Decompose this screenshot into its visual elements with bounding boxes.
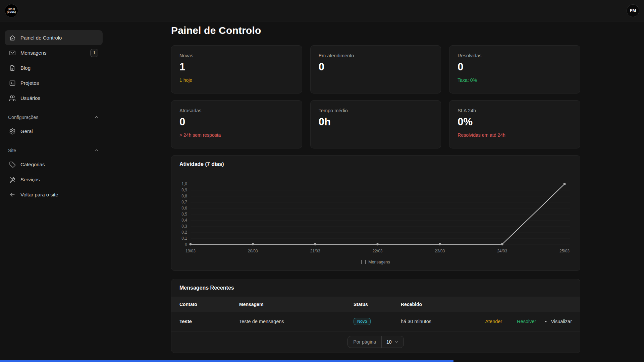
stat-sub: > 24h sem resposta xyxy=(179,132,294,138)
stat-value: 0% xyxy=(458,116,572,128)
stat-label: SLA 24h xyxy=(458,108,572,113)
user-avatar[interactable]: FM xyxy=(627,4,639,17)
stat-label: Tempo médio xyxy=(319,108,433,113)
table-row: Teste Teste de mensagens Novo há 30 minu… xyxy=(171,312,580,332)
section-title: Configurações xyxy=(8,115,38,120)
sidebar-item-blog[interactable]: Blog xyxy=(5,60,103,75)
sidebar-item-label: Serviços xyxy=(20,177,40,182)
stat-label: Novas xyxy=(179,53,294,58)
mensagens-count-badge: 1 xyxy=(90,49,98,57)
activity-chart-svg: 1,00,90,80,70,60,50,40,30,20,1019/0320/0… xyxy=(171,178,580,258)
cell-mensagem: Teste de mensagens xyxy=(239,319,354,324)
svg-text:0,1: 0,1 xyxy=(181,236,187,241)
sidebar-item-usuarios[interactable]: Usuários xyxy=(5,90,103,106)
stat-value: 0 xyxy=(458,61,572,73)
svg-text:0,3: 0,3 xyxy=(181,224,187,229)
sidebar-item-label: Categorias xyxy=(20,162,45,167)
sidebar-item-label: Painel de Controlo xyxy=(20,35,62,41)
legend-checkbox-icon xyxy=(361,260,366,264)
home-icon xyxy=(9,35,16,41)
stat-value: 0h xyxy=(319,116,433,128)
sidebar-item-label: Usuários xyxy=(20,95,40,101)
tools-icon xyxy=(9,176,16,183)
col-header-contato: Contato xyxy=(179,302,239,307)
sidebar-item-label: Mensagens xyxy=(20,50,47,56)
play-icon xyxy=(478,319,483,324)
svg-text:0,6: 0,6 xyxy=(181,206,187,210)
chevron-up-icon xyxy=(94,115,99,120)
stat-label: Em atendimento xyxy=(319,53,433,58)
resolver-button[interactable]: Resolver xyxy=(509,319,536,324)
stat-value: 0 xyxy=(319,61,433,73)
top-header: {MKT} {CODE} FM xyxy=(0,0,644,21)
table-header-row: Contato Mensagem Status Recebido xyxy=(171,297,580,312)
sidebar-item-label: Voltar para o site xyxy=(20,192,58,197)
stat-sub: Resolvidas em até 24h xyxy=(458,132,572,138)
svg-text:0,9: 0,9 xyxy=(181,188,187,192)
sidebar-item-servicos[interactable]: Serviços xyxy=(5,172,103,187)
stat-sub: Taxa: 0% xyxy=(458,77,572,83)
sidebar-item-label: Blog xyxy=(20,65,31,71)
mail-icon xyxy=(9,50,16,56)
file-icon xyxy=(9,65,16,71)
stat-value: 0 xyxy=(179,116,294,128)
sidebar-item-projetos[interactable]: Projetos xyxy=(5,75,103,90)
svg-text:0,7: 0,7 xyxy=(181,200,187,204)
stat-sub xyxy=(319,132,433,138)
terminal-icon xyxy=(9,80,16,86)
per-page-label: Por página xyxy=(348,336,381,348)
chart-legend-mensagens[interactable]: Mensagens xyxy=(171,258,580,268)
stat-label: Atrasadas xyxy=(179,108,294,113)
chart-title: Atividade (7 dias) xyxy=(179,161,572,167)
svg-text:20/03: 20/03 xyxy=(248,249,258,253)
recent-messages-card: Mensagens Recentes Contato Mensagem Stat… xyxy=(171,279,580,353)
stat-card-sla-24h: SLA 24h 0% Resolvidas em até 24h xyxy=(449,100,580,148)
sidebar-item-painel-de-controlo[interactable]: Painel de Controlo xyxy=(5,30,103,45)
atender-button[interactable]: Atender xyxy=(478,319,502,324)
page-title: Painel de Controlo xyxy=(171,25,580,36)
table-footer: Por página 10 xyxy=(171,332,580,353)
sidebar-section-configuracoes[interactable]: Configurações xyxy=(5,106,103,124)
app-logo[interactable]: {MKT} {CODE} xyxy=(5,4,18,17)
svg-text:19/03: 19/03 xyxy=(185,249,196,253)
stat-card-novas: Novas 1 1 hoje xyxy=(171,45,302,94)
gear-icon xyxy=(9,128,16,135)
svg-text:21/03: 21/03 xyxy=(310,249,320,253)
visualizar-button[interactable]: Visualizar xyxy=(543,319,572,324)
chevron-up-icon xyxy=(94,148,99,153)
sidebar: Painel de Controlo Mensagens 1 Blog Proj… xyxy=(0,21,107,362)
section-title: Site xyxy=(8,148,16,153)
stat-card-tempo-medio: Tempo médio 0h xyxy=(310,100,441,148)
sidebar-item-mensagens[interactable]: Mensagens 1 xyxy=(5,45,103,60)
recent-messages-title: Mensagens Recentes xyxy=(179,285,572,291)
per-page-control: Por página 10 xyxy=(347,336,404,348)
svg-text:25/03: 25/03 xyxy=(559,249,570,253)
sidebar-section-site[interactable]: Site xyxy=(5,139,103,157)
app-logo-line1: {MKT} xyxy=(8,8,15,10)
stat-sub xyxy=(319,77,433,83)
chevron-down-icon xyxy=(394,340,399,344)
sidebar-item-geral[interactable]: Geral xyxy=(5,124,103,139)
stat-cards-grid: Novas 1 1 hoje Em atendimento 0 Resolvid… xyxy=(171,45,580,148)
arrow-left-icon xyxy=(9,191,16,198)
app-logo-line2: {CODE} xyxy=(7,11,16,13)
col-header-mensagem: Mensagem xyxy=(239,302,354,307)
svg-text:0,5: 0,5 xyxy=(181,212,187,217)
svg-text:22/03: 22/03 xyxy=(373,249,383,253)
sidebar-item-label: Projetos xyxy=(20,80,39,86)
svg-text:0,2: 0,2 xyxy=(181,230,187,235)
svg-text:23/03: 23/03 xyxy=(435,249,445,253)
svg-text:24/03: 24/03 xyxy=(497,249,507,253)
sidebar-item-categorias[interactable]: Categorias xyxy=(5,157,103,172)
sidebar-item-voltar-para-o-site[interactable]: Voltar para o site xyxy=(5,187,103,202)
svg-text:0,8: 0,8 xyxy=(181,194,187,198)
svg-text:0,4: 0,4 xyxy=(181,218,187,223)
per-page-select[interactable]: 10 xyxy=(382,336,404,348)
col-header-status: Status xyxy=(354,302,401,307)
cell-contato: Teste xyxy=(179,319,239,324)
bottom-progress-bar xyxy=(0,360,453,362)
legend-label: Mensagens xyxy=(368,260,390,264)
stat-card-resolvidas: Resolvidas 0 Taxa: 0% xyxy=(449,45,580,94)
activity-chart-card: Atividade (7 dias) 1,00,90,80,70,60,50,4… xyxy=(171,155,580,271)
eye-icon xyxy=(543,319,548,324)
